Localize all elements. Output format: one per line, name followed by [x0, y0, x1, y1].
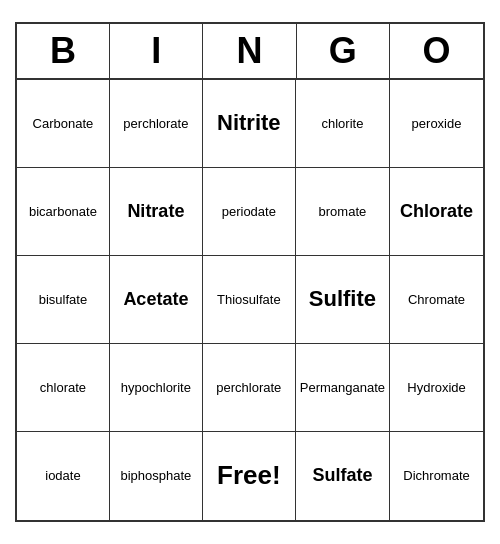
bingo-cell-16: hypochlorite: [110, 344, 203, 432]
bingo-grid: CarbonateperchlorateNitritechloriteperox…: [17, 80, 483, 520]
bingo-cell-19: Hydroxide: [390, 344, 483, 432]
bingo-cell-21: biphosphate: [110, 432, 203, 520]
bingo-header: BINGO: [17, 24, 483, 80]
bingo-cell-20: iodate: [17, 432, 110, 520]
bingo-cell-2: Nitrite: [203, 80, 296, 168]
bingo-cell-14: Chromate: [390, 256, 483, 344]
bingo-cell-5: bicarbonate: [17, 168, 110, 256]
header-letter-g: G: [297, 24, 390, 78]
bingo-cell-4: peroxide: [390, 80, 483, 168]
bingo-cell-22: Free!: [203, 432, 296, 520]
bingo-cell-23: Sulfate: [296, 432, 390, 520]
header-letter-b: B: [17, 24, 110, 78]
bingo-cell-0: Carbonate: [17, 80, 110, 168]
header-letter-o: O: [390, 24, 483, 78]
bingo-cell-8: bromate: [296, 168, 390, 256]
bingo-cell-10: bisulfate: [17, 256, 110, 344]
bingo-card: BINGO CarbonateperchlorateNitritechlorit…: [15, 22, 485, 522]
bingo-cell-13: Sulfite: [296, 256, 390, 344]
bingo-cell-15: chlorate: [17, 344, 110, 432]
header-letter-i: I: [110, 24, 203, 78]
bingo-cell-24: Dichromate: [390, 432, 483, 520]
bingo-cell-18: Permanganate: [296, 344, 390, 432]
header-letter-n: N: [203, 24, 296, 78]
bingo-cell-3: chlorite: [296, 80, 390, 168]
bingo-cell-12: Thiosulfate: [203, 256, 296, 344]
bingo-cell-11: Acetate: [110, 256, 203, 344]
bingo-cell-6: Nitrate: [110, 168, 203, 256]
bingo-cell-7: periodate: [203, 168, 296, 256]
bingo-cell-9: Chlorate: [390, 168, 483, 256]
bingo-cell-1: perchlorate: [110, 80, 203, 168]
bingo-cell-17: perchlorate: [203, 344, 296, 432]
